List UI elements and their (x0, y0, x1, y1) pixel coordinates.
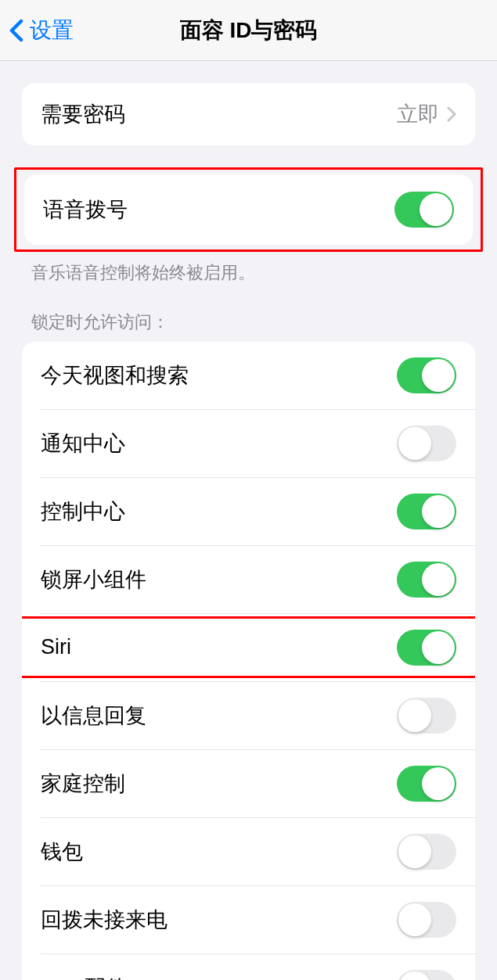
page-title: 面容 ID与密码 (180, 16, 318, 45)
lock-access-item-label: 回拨未接来电 (41, 906, 167, 934)
chevron-left-icon (9, 19, 23, 42)
list-row-inner: USB配件 (41, 953, 475, 980)
lock-access-toggle[interactable] (397, 630, 456, 666)
toggle-knob (398, 835, 431, 868)
toggle-knob (398, 971, 431, 980)
list-row-inner: 锁屏小组件 (41, 545, 475, 613)
toggle-knob (398, 903, 431, 936)
lock-access-toggle[interactable] (397, 425, 456, 461)
list-row-inner: 家庭控制 (41, 749, 475, 817)
list-row-inner: 通知中心 (41, 409, 475, 477)
require-passcode-group: 需要密码 立即 (22, 83, 475, 145)
voice-dial-toggle[interactable] (394, 192, 454, 228)
voice-dial-row: 语音拨号 (24, 174, 473, 245)
voice-dial-label: 语音拨号 (43, 196, 128, 224)
require-passcode-row[interactable]: 需要密码 立即 (22, 83, 475, 145)
lock-access-toggle[interactable] (397, 357, 456, 393)
toggle-knob (422, 631, 455, 664)
lock-access-row: USB配件 (22, 953, 475, 980)
list-row-inner: 回拨未接来电 (41, 885, 475, 953)
toggle-knob (422, 563, 455, 596)
back-button[interactable]: 设置 (0, 16, 74, 45)
lock-access-toggle[interactable] (397, 902, 456, 938)
back-label: 设置 (30, 16, 74, 45)
lock-access-toggle[interactable] (397, 698, 456, 734)
lock-access-item-label: USB配件 (41, 974, 127, 980)
toggle-knob (422, 767, 455, 800)
voice-dial-highlight: 语音拨号 (14, 167, 483, 252)
lock-access-item-label: 控制中心 (41, 497, 125, 526)
lock-access-row: 以信息回复 (22, 681, 475, 749)
require-passcode-value: 立即 (397, 100, 439, 128)
toggle-knob (422, 495, 455, 528)
lock-access-item-label: 锁屏小组件 (41, 565, 146, 594)
lock-access-item-label: 钱包 (41, 838, 83, 866)
lock-access-header: 锁定时允许访问： (0, 285, 497, 342)
lock-access-row: 锁屏小组件 (22, 545, 475, 613)
list-row-inner: 控制中心 (41, 477, 475, 545)
lock-access-item-label: 今天视图和搜索 (41, 361, 189, 389)
toggle-knob (398, 699, 431, 732)
list-row-inner: 以信息回复 (41, 681, 475, 749)
lock-access-toggle[interactable] (397, 494, 456, 529)
lock-access-list: 今天视图和搜索通知中心控制中心锁屏小组件Siri以信息回复家庭控制钱包回拨未接来… (22, 342, 475, 980)
chevron-right-icon (447, 106, 456, 122)
lock-access-item-label: 家庭控制 (41, 770, 125, 798)
lock-access-row: Siri (22, 613, 475, 681)
lock-access-row: 钱包 (22, 817, 475, 885)
lock-access-row: 今天视图和搜索 (22, 342, 475, 409)
list-row-inner: 钱包 (41, 817, 475, 885)
voice-dial-group: 语音拨号 (24, 174, 473, 245)
lock-access-toggle[interactable] (397, 562, 456, 598)
lock-access-toggle[interactable] (397, 766, 456, 802)
toggle-knob (420, 193, 452, 226)
lock-access-item-label: 通知中心 (41, 429, 125, 458)
voice-dial-footer: 音乐语音控制将始终被启用。 (0, 252, 497, 285)
lock-access-row: 回拨未接来电 (22, 885, 475, 953)
lock-access-row: 控制中心 (22, 477, 475, 545)
lock-access-item-label: 以信息回复 (41, 702, 146, 730)
require-passcode-label: 需要密码 (41, 100, 125, 128)
content: 需要密码 立即 语音拨号 音乐语音控制将始终被启用。 锁定时允许访问： 今天视图… (0, 83, 497, 980)
require-passcode-right: 立即 (397, 100, 456, 128)
lock-access-toggle[interactable] (397, 970, 456, 980)
lock-access-toggle[interactable] (397, 834, 456, 870)
list-row-inner: 今天视图和搜索 (41, 342, 475, 409)
toggle-knob (398, 427, 431, 460)
lock-access-row: 通知中心 (22, 409, 475, 477)
lock-access-item-label: Siri (41, 635, 71, 659)
toggle-knob (422, 359, 455, 392)
list-row-inner: Siri (41, 613, 475, 681)
navbar: 设置 面容 ID与密码 (0, 0, 497, 61)
lock-access-row: 家庭控制 (22, 749, 475, 817)
